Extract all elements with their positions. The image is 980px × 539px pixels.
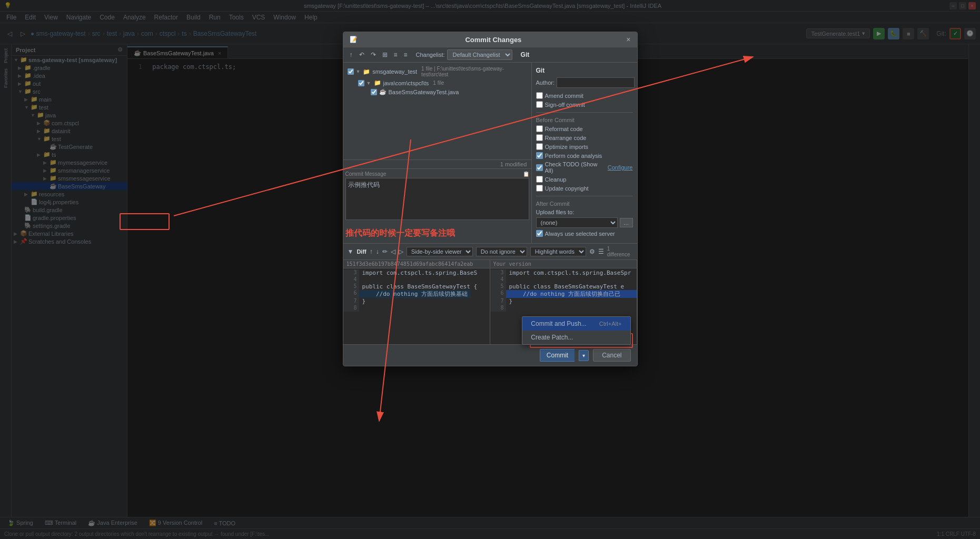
upload-config-btn[interactable]: … — [620, 218, 633, 227]
diff-new-lines: 3 import com.ctspcl.ts.spring.BaseSpr 4 … — [490, 268, 637, 313]
section-divider-2 — [536, 196, 633, 196]
amend-commit-row: Amend commit — [536, 92, 633, 99]
always-use-server-row: Always use selected server — [536, 230, 633, 237]
commit-button[interactable]: Commit — [540, 349, 575, 362]
file-tree-file[interactable]: ☕ BaseSmsGatewayTest.java — [345, 87, 529, 96]
diff-old-line-1: 3 import com.ctspcl.ts.spring.BaseS — [343, 270, 490, 276]
check-todo-label: Check TODO (Show All) — [545, 161, 606, 174]
diff-old-lines: 3 import com.ctspcl.ts.spring.BaseS 4 5 … — [343, 268, 490, 313]
create-patch-label: Create Patch... — [531, 334, 573, 341]
commit-annotation: 推代码的时候一定要写备注哦 — [343, 224, 531, 243]
configure-link[interactable]: Configure — [608, 164, 633, 171]
toolbar-refresh-btn[interactable]: ↑ — [348, 50, 355, 59]
diff-view-icon[interactable]: ☰ — [598, 248, 604, 255]
toolbar-expand-btn[interactable]: ≡ — [392, 50, 400, 59]
file-label: BaseSmsGatewayTest.java — [389, 89, 459, 95]
diff-old-hash: 151f3d3e6b197b8474851d69afabc86414fa2eab — [343, 260, 490, 268]
diff-prev-icon[interactable]: ◁ — [391, 248, 395, 255]
file-root-checkbox[interactable] — [348, 68, 354, 75]
diff-edit-icon[interactable]: ✏ — [382, 248, 388, 255]
rearrange-code-row: Rearrange code — [536, 134, 633, 141]
commit-dropdown-btn[interactable]: ▾ — [579, 350, 589, 361]
section-divider-1 — [536, 112, 633, 113]
dialog-footer: Commit ▾ Cancel Commit and Push... Ctrl+… — [343, 344, 637, 366]
commit-message-input[interactable]: 示例推代码 — [345, 178, 529, 220]
cleanup-row: Cleanup — [536, 176, 633, 183]
diff-new-line-2: 4 — [490, 276, 637, 283]
commit-and-push-item[interactable]: Commit and Push... Ctrl+Alt+ — [522, 317, 630, 331]
diff-title: Diff — [357, 248, 366, 255]
commit-push-dropdown: Commit and Push... Ctrl+Alt+ Create Patc… — [522, 316, 630, 345]
perform-code-analysis-label: Perform code analysis — [545, 153, 602, 159]
author-input[interactable] — [557, 77, 635, 88]
dialog-left-panel: ▼ 📁 smsgateway_test 1 file | F:\unittest… — [343, 63, 532, 243]
rearrange-code-label: Rearrange code — [545, 135, 587, 141]
optimize-imports-checkbox[interactable] — [536, 143, 543, 150]
diff-ignore-select[interactable]: Do not ignore — [476, 247, 527, 256]
diff-new-line-5: 7 } — [490, 298, 637, 305]
reformat-code-label: Reformat code — [545, 126, 583, 132]
reformat-code-checkbox[interactable] — [536, 125, 543, 132]
changelist-select[interactable]: Default Changelist — [447, 49, 512, 60]
dialog-close-button[interactable]: × — [626, 35, 630, 44]
modified-badge: 1 modified — [500, 161, 527, 167]
diff-viewer-select[interactable]: Side-by-side viewer — [407, 247, 473, 256]
always-use-server-checkbox[interactable] — [536, 230, 543, 237]
create-patch-item[interactable]: Create Patch... — [522, 331, 630, 344]
git-section-label: Git — [521, 51, 530, 58]
amend-commit-checkbox[interactable] — [536, 92, 543, 99]
check-todo-checkbox[interactable] — [536, 164, 543, 171]
toolbar-expand2-btn[interactable]: ≡ — [402, 50, 410, 59]
always-use-server-label: Always use selected server — [545, 231, 615, 237]
file-checkbox[interactable] — [371, 89, 377, 95]
after-commit-title: After Commit — [536, 201, 633, 207]
author-row: Author: — [536, 77, 633, 88]
file-root-label: smsgateway_test — [372, 68, 417, 75]
diff-highlight-select[interactable]: Highlight words — [530, 247, 586, 256]
dialog-right-panel: Git Author: Amend commit Sign-off commit… — [532, 63, 637, 243]
toolbar-redo-btn[interactable]: ↷ — [369, 50, 378, 59]
diff-old-line-3: 5 public class BaseSmsGatewayTest { — [343, 283, 490, 290]
file-tree-subroot[interactable]: ▼ 📁 java\com\ctspcl\ts 1 file — [345, 78, 529, 87]
diff-old-line-5: 7 } — [343, 298, 490, 305]
file-tree: ▼ 📁 smsgateway_test 1 file | F:\unittest… — [343, 63, 531, 159]
dialog-icon: 📝 — [350, 36, 358, 43]
diff-old-pane: 151f3d3e6b197b8474851d69afabc86414fa2eab… — [343, 260, 490, 344]
rearrange-code-checkbox[interactable] — [536, 134, 543, 141]
cleanup-checkbox[interactable] — [536, 176, 543, 183]
upload-select[interactable]: (none) — [536, 217, 618, 228]
file-tree-root[interactable]: ▼ 📁 smsgateway_test 1 file | F:\unittest… — [345, 65, 529, 78]
diff-new-line-6: 8 — [490, 305, 637, 312]
modal-overlay: 📝 Commit Changes × ↑ ↶ ↷ ⊞ ≡ ≡ Changelis… — [0, 0, 980, 539]
signoff-commit-checkbox[interactable] — [536, 101, 543, 108]
diff-next-icon[interactable]: ▷ — [399, 248, 403, 255]
perform-code-analysis-checkbox[interactable] — [536, 152, 543, 159]
dialog-toolbar: ↑ ↶ ↷ ⊞ ≡ ≡ Changelist: Default Changeli… — [343, 47, 637, 63]
file-root-info: 1 file | F:\unittest\test\sms-gateway-te… — [421, 66, 527, 77]
diff-nav-down[interactable]: ↓ — [376, 248, 379, 255]
file-subroot-info: 1 file — [433, 80, 444, 86]
file-subroot-checkbox[interactable] — [358, 80, 364, 86]
diff-new-line-1: 3 import com.ctspcl.ts.spring.BaseSpr — [490, 270, 637, 276]
diff-old-line-2: 4 — [343, 276, 490, 283]
diff-old-line-6: 8 — [343, 305, 490, 312]
check-todo-row: Check TODO (Show All) Configure — [536, 161, 633, 174]
commit-and-push-label: Commit and Push... — [531, 320, 586, 327]
diff-settings-icon[interactable]: ⚙ — [589, 248, 595, 255]
diff-expand-icon[interactable]: ▼ — [348, 248, 354, 255]
cancel-button[interactable]: Cancel — [593, 349, 630, 362]
optimize-imports-label: Optimize imports — [545, 144, 589, 150]
toolbar-undo-btn[interactable]: ↶ — [357, 50, 367, 59]
update-copyright-checkbox[interactable] — [536, 185, 543, 192]
optimize-imports-row: Optimize imports — [536, 143, 633, 150]
file-subroot-label: java\com\ctspcl\ts — [383, 80, 429, 86]
toolbar-group-btn[interactable]: ⊞ — [380, 50, 390, 59]
commit-dialog: 📝 Commit Changes × ↑ ↶ ↷ ⊞ ≡ ≡ Changelis… — [343, 32, 638, 366]
dialog-body: ▼ 📁 smsgateway_test 1 file | F:\unittest… — [343, 63, 637, 243]
author-label: Author: — [536, 79, 555, 86]
update-copyright-row: Update copyright — [536, 185, 633, 192]
cleanup-label: Cleanup — [545, 176, 567, 183]
copy-icon[interactable]: 📋 — [523, 171, 529, 177]
diff-nav-up[interactable]: ↑ — [370, 248, 373, 255]
diff-new-label: Your version — [490, 260, 637, 268]
